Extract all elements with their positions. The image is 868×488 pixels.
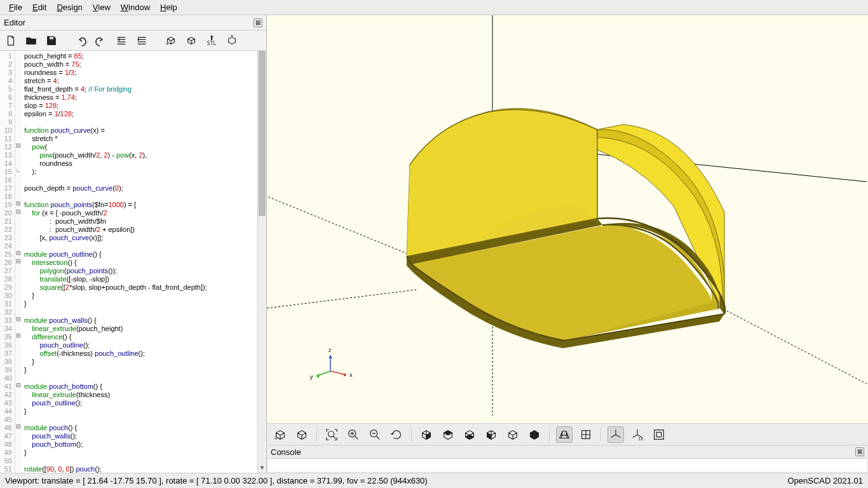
redo-button[interactable] bbox=[94, 34, 108, 48]
vp-render-button[interactable] bbox=[294, 426, 310, 443]
editor-header: Editor ⊠ bbox=[0, 15, 266, 30]
console-body[interactable] bbox=[268, 458, 867, 471]
indent-button[interactable] bbox=[135, 34, 149, 48]
fold-column[interactable]: ⊟∟⊟⊟⊟⊟⊟⊟⊟⊟ bbox=[15, 51, 22, 473]
show-axes-button[interactable] bbox=[607, 426, 624, 443]
unindent-button[interactable] bbox=[114, 34, 128, 48]
menu-edit[interactable]: Edit bbox=[27, 1, 51, 13]
code-editor[interactable]: 1234567891011121314151617181920212223242… bbox=[0, 51, 266, 473]
view-top-button[interactable] bbox=[440, 426, 456, 443]
svg-rect-22 bbox=[656, 432, 661, 437]
svg-text:10: 10 bbox=[639, 437, 644, 441]
view-front-button[interactable] bbox=[505, 426, 521, 443]
vp-preview-button[interactable] bbox=[272, 426, 288, 443]
viewport-panel: x y z bbox=[267, 15, 868, 473]
show-scale-button[interactable]: 10 bbox=[629, 426, 646, 443]
reset-view-button[interactable] bbox=[388, 426, 405, 443]
status-viewport: Viewport: translate = [ 21.64 -17.75 15.… bbox=[5, 476, 428, 485]
3d-scene: x y z bbox=[267, 15, 867, 416]
preview-button[interactable] bbox=[164, 34, 178, 48]
code-body[interactable]: pouch_height = 85;pouch_width = 75;round… bbox=[22, 51, 257, 473]
zoom-out-button[interactable] bbox=[367, 426, 383, 443]
open-file-button[interactable] bbox=[24, 34, 38, 48]
svg-text:y: y bbox=[310, 374, 313, 380]
editor-close-icon[interactable]: ⊠ bbox=[254, 18, 262, 27]
viewport-toolbar: 10 bbox=[267, 423, 868, 445]
line-number-gutter: 1234567891011121314151617181920212223242… bbox=[0, 51, 15, 473]
svg-rect-21 bbox=[654, 430, 664, 439]
undo-button[interactable] bbox=[74, 34, 88, 48]
svg-point-16 bbox=[329, 431, 334, 437]
editor-scrollbar[interactable]: ▲ ▼ bbox=[257, 51, 266, 473]
menu-view[interactable]: View bbox=[88, 1, 116, 13]
orthogonal-button[interactable] bbox=[578, 426, 594, 443]
perspective-button[interactable] bbox=[556, 426, 573, 443]
render-button[interactable] bbox=[184, 34, 198, 48]
editor-title: Editor bbox=[4, 18, 25, 27]
menu-help[interactable]: Help bbox=[155, 1, 182, 13]
show-edges-button[interactable] bbox=[651, 426, 667, 443]
menu-design[interactable]: Design bbox=[51, 1, 87, 13]
view-bottom-button[interactable] bbox=[461, 426, 478, 443]
export-stl-button[interactable]: ⬆STL bbox=[205, 34, 219, 48]
statusbar: Viewport: translate = [ 21.64 -17.75 15.… bbox=[0, 473, 868, 488]
menu-file[interactable]: File bbox=[4, 1, 27, 13]
menu-window[interactable]: Window bbox=[116, 1, 155, 13]
editor-panel: Editor ⊠ ⬆STL 12345678910111213141516171… bbox=[0, 15, 267, 473]
scroll-down-icon[interactable]: ▼ bbox=[258, 464, 266, 473]
view-all-button[interactable] bbox=[323, 426, 340, 443]
view-back-button[interactable] bbox=[526, 426, 543, 443]
status-version: OpenSCAD 2021.01 bbox=[787, 476, 863, 485]
menubar: File Edit Design View Window Help bbox=[0, 0, 868, 15]
send-to-print-button[interactable] bbox=[225, 34, 239, 48]
svg-text:x: x bbox=[349, 372, 353, 378]
svg-text:z: z bbox=[329, 347, 332, 353]
console-title: Console bbox=[271, 447, 301, 457]
view-right-button[interactable] bbox=[418, 426, 435, 443]
new-file-button[interactable] bbox=[4, 34, 18, 48]
viewport-3d[interactable]: x y z bbox=[267, 15, 868, 423]
view-left-button[interactable] bbox=[483, 426, 499, 443]
save-file-button[interactable] bbox=[44, 34, 58, 48]
editor-toolbar: ⬆STL bbox=[0, 30, 266, 51]
zoom-in-button[interactable] bbox=[345, 426, 362, 443]
scrollbar-thumb[interactable] bbox=[259, 51, 266, 216]
console-close-icon[interactable]: ⊠ bbox=[855, 447, 864, 456]
console-panel: Console ⊠ bbox=[267, 445, 868, 473]
